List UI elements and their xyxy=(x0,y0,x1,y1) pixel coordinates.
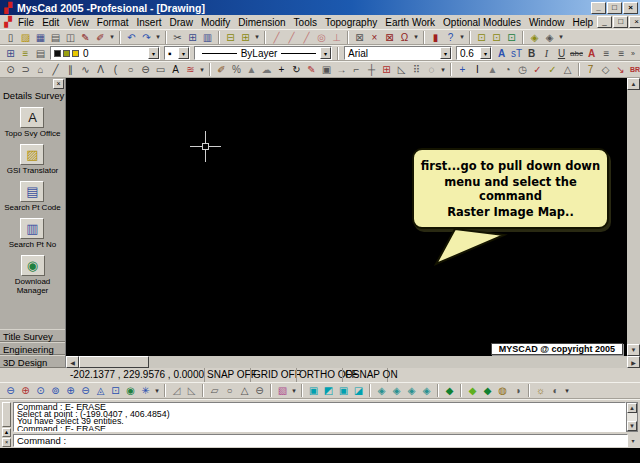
underline-icon[interactable]: U xyxy=(554,46,569,60)
light-icon[interactable]: ☼ xyxy=(533,384,548,398)
extrude-icon[interactable]: ◆ xyxy=(442,384,457,398)
pattern-icon[interactable]: ⠿ xyxy=(409,63,424,77)
menu-insert[interactable]: Insert xyxy=(133,17,166,28)
color-control[interactable]: ▪ ▾ xyxy=(164,46,190,60)
align-right-icon[interactable]: ≡ xyxy=(614,46,629,60)
mdi-close-button[interactable]: × xyxy=(629,16,640,28)
dropdown-icon[interactable]: ▾ xyxy=(253,30,261,44)
revolve-icon[interactable]: ◆ xyxy=(465,384,480,398)
line-tool-icon[interactable]: ╱ xyxy=(269,30,284,44)
bearing-icon[interactable]: BRG xyxy=(628,63,640,77)
context-help-icon[interactable]: ? xyxy=(443,30,458,44)
view-page-icon[interactable]: ⊡ xyxy=(474,30,489,44)
scale-icon[interactable]: ▣ xyxy=(319,63,334,77)
angle-icon[interactable]: ▲ xyxy=(485,63,500,77)
scroll-left-icon[interactable]: ◀ xyxy=(66,356,79,368)
text-height-icon[interactable]: I xyxy=(470,63,485,77)
rotate-icon[interactable]: ↻ xyxy=(289,63,304,77)
delete-icon[interactable]: × xyxy=(367,30,382,44)
sidebar-panel-engineering[interactable]: Engineering xyxy=(0,342,65,355)
sidebar-panel-3d-design[interactable]: 3D Design xyxy=(0,355,65,368)
open-icon[interactable]: ▨ xyxy=(18,30,33,44)
dropdown-icon[interactable]: ▾ xyxy=(458,30,466,44)
text-size-combo[interactable]: 0.6 ▾ xyxy=(456,46,492,60)
pan-icon[interactable]: ⊕ xyxy=(18,384,33,398)
face-3d-icon[interactable]: ▱ xyxy=(207,384,222,398)
linetype-combo-arrow-icon[interactable]: ▾ xyxy=(320,47,331,59)
center-snap-icon[interactable]: ◷ xyxy=(515,63,530,77)
sidebar-header[interactable]: Details Survey xyxy=(0,89,65,104)
menu-earth-work[interactable]: Earth Work xyxy=(381,17,439,28)
hatch-icon[interactable]: ▧ xyxy=(275,384,290,398)
leader-icon[interactable]: ↘ xyxy=(613,63,628,77)
paste-block-icon[interactable]: ⊞ xyxy=(238,30,253,44)
osnap-icon[interactable]: + xyxy=(455,63,470,77)
menu-optional-modules[interactable]: Optional Modules xyxy=(439,17,525,28)
view-page2-icon[interactable]: ⊡ xyxy=(489,30,504,44)
ray-tool-icon[interactable]: ╱ xyxy=(299,30,314,44)
text-style-icon[interactable]: A xyxy=(494,46,509,60)
select-circle-icon[interactable]: ◌ xyxy=(424,63,439,77)
scroll-down-icon[interactable]: ▼ xyxy=(627,344,640,356)
menu-format[interactable]: Format xyxy=(93,17,133,28)
polyline-icon[interactable]: ∿ xyxy=(78,63,93,77)
command-input[interactable]: Command : xyxy=(13,434,628,447)
status-toggle-osnap-on[interactable]: OSNAP ON xyxy=(342,368,388,382)
command-history[interactable]: Command : E- ERASESelect at point : (-19… xyxy=(13,402,626,432)
mdi-restore-button[interactable]: □ xyxy=(613,16,628,28)
bold-icon[interactable]: B xyxy=(524,46,539,60)
italic-icon[interactable]: I xyxy=(539,46,554,60)
dropdown-icon[interactable]: ▾ xyxy=(412,30,420,44)
slice-icon[interactable]: ◆ xyxy=(480,384,495,398)
sketch-brush-icon[interactable]: ✐ xyxy=(214,63,229,77)
new-icon[interactable]: ▯ xyxy=(3,30,18,44)
solid-box-icon[interactable]: ▣ xyxy=(306,384,321,398)
scrollbar-track[interactable] xyxy=(149,356,627,368)
offset-icon[interactable]: → xyxy=(334,63,349,77)
solid-cylinder-icon[interactable]: ▣ xyxy=(336,384,351,398)
redo-icon[interactable]: ↷ xyxy=(139,30,154,44)
menu-help[interactable]: Help xyxy=(568,17,597,28)
circle-tool-icon[interactable]: ◎ xyxy=(314,30,329,44)
arc-icon[interactable]: ( xyxy=(108,63,123,77)
polyline-tool-icon[interactable]: ╱ xyxy=(284,30,299,44)
erase-icon[interactable]: ⊠ xyxy=(352,30,367,44)
sketch-settings-icon[interactable]: ✐ xyxy=(93,30,108,44)
menu-tools[interactable]: Tools xyxy=(290,17,321,28)
quadrant-snap-icon[interactable]: ◔ xyxy=(500,63,515,77)
command-panel-up-icon[interactable]: ▲ xyxy=(2,428,11,437)
make-object-layer-icon[interactable]: ≡ xyxy=(18,46,33,60)
layer-combo-arrow-icon[interactable]: ▾ xyxy=(148,47,159,59)
trim-icon[interactable]: ⌐ xyxy=(349,63,364,77)
print-preview-icon[interactable]: ◫ xyxy=(63,30,78,44)
zoom-in-icon[interactable]: ⊕ xyxy=(63,384,78,398)
aerial-view-icon[interactable]: ◉ xyxy=(123,384,138,398)
more-tools-icon[interactable]: » xyxy=(629,46,637,60)
zoom-out2-icon[interactable]: ⊖ xyxy=(78,384,93,398)
status-toggle-ortho-off[interactable]: ORTHO OFF xyxy=(296,368,342,382)
status-toggle-grid-off[interactable]: GRID OFF xyxy=(250,368,296,382)
command-panel-close-icon[interactable]: × xyxy=(2,438,11,447)
sketch-pen-icon[interactable]: ✎ xyxy=(78,30,93,44)
surface-2d-icon[interactable]: ◿ xyxy=(169,384,184,398)
polygon-icon[interactable]: ⌂ xyxy=(33,63,48,77)
maximize-button[interactable]: □ xyxy=(607,2,622,14)
menu-window[interactable]: Window xyxy=(525,17,569,28)
sidebar-item-gsi-translator[interactable]: ▨GSI Translator xyxy=(7,144,59,175)
cone-icon[interactable]: △ xyxy=(237,384,252,398)
match-properties-icon[interactable]: % xyxy=(229,63,244,77)
scroll-up-icon[interactable]: ▲ xyxy=(627,403,637,413)
text-icon[interactable]: A xyxy=(168,63,183,77)
linetype-combo[interactable]: ByLayer ▾ xyxy=(194,46,332,60)
help-book-icon[interactable]: ▮ xyxy=(428,30,443,44)
cloud-icon[interactable]: ☁ xyxy=(259,63,274,77)
revcloud-icon[interactable]: ⊃ xyxy=(18,63,33,77)
text-edit-icon[interactable]: sT xyxy=(509,46,524,60)
menu-edit[interactable]: Edit xyxy=(38,17,63,28)
subtract-icon[interactable]: ◈ xyxy=(389,384,404,398)
zoom-previous-icon[interactable]: ⊡ xyxy=(108,384,123,398)
dropdown-icon[interactable]: ▾ xyxy=(557,30,565,44)
close-button[interactable]: × xyxy=(623,2,638,14)
menu-modify[interactable]: Modify xyxy=(197,17,234,28)
chamfer-icon[interactable]: ◺ xyxy=(394,63,409,77)
